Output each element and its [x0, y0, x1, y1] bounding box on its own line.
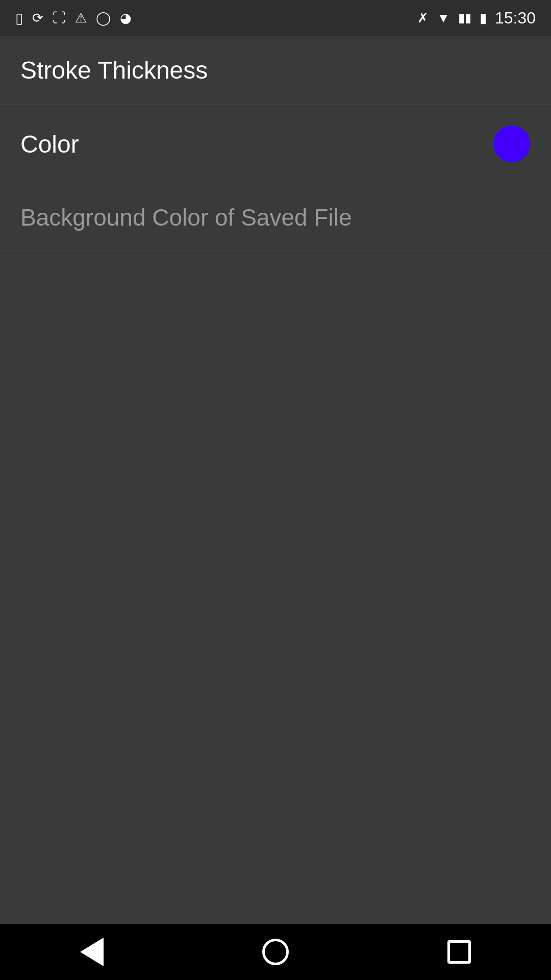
whatsapp-icon: ▯ — [15, 10, 23, 27]
sync-icon: ⟳ — [32, 10, 43, 26]
recent-icon — [447, 940, 471, 964]
background-color-label: Background Color of Saved File — [20, 204, 352, 231]
stroke-thickness-label: Stroke Thickness — [20, 56, 208, 84]
color-row[interactable]: Color — [0, 105, 551, 183]
stroke-thickness-row[interactable]: Stroke Thickness — [0, 36, 551, 105]
wifi-icon: ▼ — [437, 10, 450, 26]
back-icon — [80, 938, 104, 966]
home-icon — [262, 939, 289, 965]
back-button[interactable] — [71, 932, 112, 972]
image-icon: ⛶ — [53, 10, 66, 26]
globe-icon: ◯ — [96, 10, 111, 26]
color-label: Color — [20, 130, 79, 158]
status-time: 15:30 — [495, 9, 536, 28]
status-icons-left: ▯ ⟳ ⛶ ⚠ ◯ ◕ — [15, 10, 132, 27]
recent-button[interactable] — [439, 932, 480, 972]
main-content: Stroke Thickness Color Background Color … — [0, 36, 551, 924]
status-icons-right: ✗ ▼ ▮▮ ▮ 15:30 — [417, 9, 536, 28]
background-color-row[interactable]: Background Color of Saved File — [0, 183, 551, 252]
android-icon: ◕ — [120, 10, 132, 26]
bluetooth-icon: ✗ — [417, 10, 429, 26]
nav-bar — [0, 924, 551, 980]
empty-space — [0, 252, 551, 924]
warning-icon: ⚠ — [75, 10, 87, 26]
home-button[interactable] — [255, 932, 296, 972]
status-bar: ▯ ⟳ ⛶ ⚠ ◯ ◕ ✗ ▼ ▮▮ ▮ 15:30 — [0, 0, 551, 36]
signal-icon: ▮▮ — [458, 11, 471, 25]
color-circle[interactable] — [494, 126, 531, 162]
battery-icon: ▮ — [480, 10, 487, 26]
